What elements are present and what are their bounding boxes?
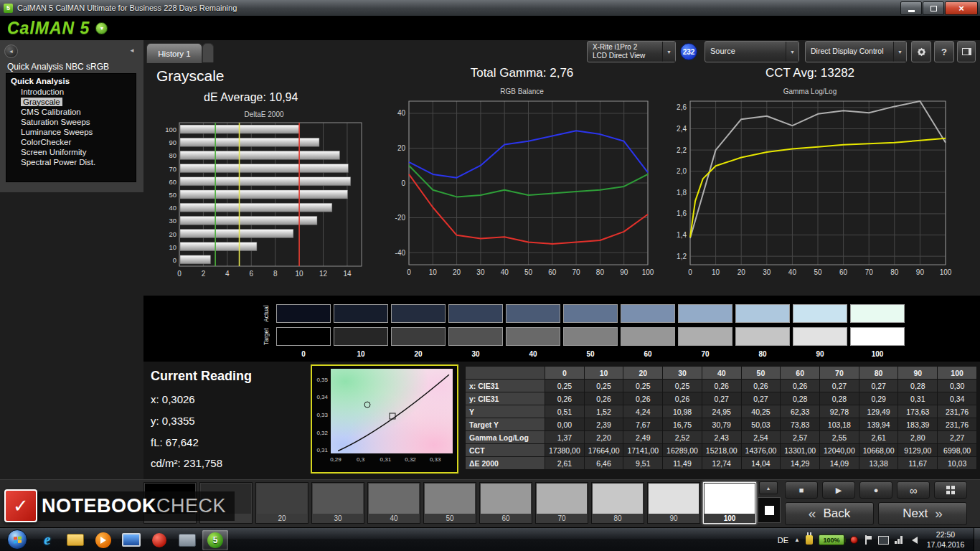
start-button[interactable] — [7, 529, 27, 550]
tab-stub[interactable] — [202, 43, 214, 62]
display-tray-icon[interactable] — [878, 536, 889, 545]
help-button[interactable]: ? — [934, 41, 954, 62]
svg-text:50: 50 — [524, 268, 533, 276]
source-dropdown[interactable]: Source ▼ — [705, 41, 799, 62]
swatch-actual-70 — [678, 304, 732, 323]
tray-language[interactable]: DE — [778, 536, 788, 545]
power-plug-icon[interactable] — [806, 535, 813, 545]
maximize-button[interactable] — [923, 1, 944, 15]
taskbar-file-explorer[interactable] — [62, 530, 88, 550]
play-button[interactable]: ▶ — [822, 481, 855, 499]
sidebar-item-spectral-power-dist-[interactable]: Spectral Power Dist. — [11, 157, 136, 167]
table-row-label: ΔE 2000 — [466, 457, 545, 470]
table-col-header: 0 — [545, 367, 585, 380]
sidebar-item-saturation-sweeps[interactable]: Saturation Sweeps — [11, 117, 136, 127]
swatch-level-label: 50 — [563, 350, 618, 360]
tray-expand-icon[interactable]: ▲ — [794, 537, 800, 543]
clock[interactable]: 22:50 17.04.2016 — [923, 530, 968, 549]
cie-chromaticity-chart[interactable]: 0,350,340,330,320,31 0,290,30,310,320,33 — [311, 364, 458, 474]
grayscale-patch-70[interactable]: 70 — [535, 482, 588, 524]
grayscale-patch-90[interactable]: 90 — [647, 482, 700, 524]
chevron-down-icon[interactable]: ▼ — [893, 42, 906, 62]
table-col-header: 50 — [741, 367, 781, 380]
swatch-target-20 — [391, 327, 446, 346]
network-icon[interactable] — [895, 536, 903, 544]
svg-text:90: 90 — [916, 268, 925, 276]
sidebar-item-cms-calibration[interactable]: CMS Calibration — [11, 107, 136, 117]
table-cell: 0,26 — [623, 392, 663, 405]
total-gamma-readout: Total Gamma: 2,76 — [387, 66, 656, 80]
cct-average-readout: CCT Avg: 13282 — [666, 66, 954, 80]
display-control-dropdown[interactable]: Direct Display Control ▼ — [805, 41, 907, 62]
pattern-window-button[interactable] — [758, 497, 781, 523]
grayscale-patch-20[interactable]: 20 — [255, 482, 308, 524]
minimize-button[interactable] — [900, 1, 922, 15]
settings-button[interactable] — [911, 41, 931, 62]
meter-read-count-badge[interactable]: 232 — [680, 43, 697, 60]
back-button[interactable]: « Back — [785, 502, 874, 525]
table-row-label: x: CIE31 — [466, 380, 545, 392]
pattern-button[interactable] — [934, 481, 967, 499]
swatch-level-label: 10 — [334, 350, 388, 360]
sidebar-collapse-icon[interactable]: ◄ — [129, 47, 135, 54]
panel-toggle-button[interactable] — [957, 41, 976, 62]
swatch-actual-50 — [563, 304, 618, 323]
battery-indicator[interactable]: 100% — [819, 534, 844, 545]
table-cell: 12040,00 — [820, 444, 859, 457]
grayscale-patch-40[interactable]: 40 — [367, 482, 420, 524]
window-title: CalMAN 5 CalMAN Ultimate for Business 22… — [17, 4, 237, 12]
table-row-label: Gamma Log/Log — [466, 431, 545, 444]
grayscale-patch-30[interactable]: 30 — [311, 482, 364, 524]
sidebar-item-colorchecker[interactable]: ColorChecker — [11, 137, 136, 147]
taskbar-lenovo-red[interactable] — [146, 530, 172, 550]
taskbar-calman[interactable]: 5 — [202, 530, 228, 550]
svg-text:90: 90 — [620, 268, 628, 276]
table-cell: 129,49 — [859, 405, 898, 418]
meter-dropdown[interactable]: X-Rite i1Pro 2 LCD Direct View ▼ — [587, 41, 676, 62]
sidebar-back-icon[interactable]: ◄ — [4, 44, 18, 58]
cie-y-tick: 0,31 — [316, 447, 328, 453]
grayscale-patch-100[interactable]: 100 — [703, 482, 756, 524]
chevron-down-icon[interactable]: ▼ — [662, 42, 675, 62]
sidebar-item-luminance-sweeps[interactable]: Luminance Sweeps — [11, 127, 136, 137]
tree-root-quick-analysis[interactable]: Quick Analysis — [11, 77, 136, 85]
table-cell: 139,94 — [859, 418, 898, 431]
show-desktop-button[interactable] — [974, 528, 980, 551]
table-col-header: 100 — [938, 367, 977, 380]
continuous-button[interactable]: ∞ — [897, 481, 930, 499]
grayscale-patch-50[interactable]: 50 — [423, 482, 476, 524]
volume-icon[interactable] — [908, 537, 918, 544]
table-cell: 2,43 — [702, 431, 741, 444]
taskbar-system-tools[interactable] — [174, 530, 200, 550]
logo-menu-chevron-icon[interactable]: ▼ — [95, 22, 108, 34]
svg-text:30: 30 — [169, 217, 176, 225]
sidebar-item-grayscale[interactable]: Grayscale — [11, 97, 136, 107]
close-button[interactable]: × — [945, 1, 978, 15]
taskbar-lenovo-monitor[interactable] — [118, 530, 144, 550]
sidebar-item-introduction[interactable]: Introduction — [11, 87, 136, 97]
taskbar-media-player[interactable] — [90, 530, 116, 550]
taskbar-internet-explorer[interactable]: e — [34, 530, 60, 550]
cie-y-tick: 0,32 — [316, 429, 328, 435]
next-button[interactable]: Next » — [878, 502, 967, 525]
swatch-target-90 — [793, 327, 847, 346]
svg-text:40: 40 — [169, 204, 176, 212]
table-cell: 2,20 — [584, 431, 623, 444]
action-center-flag-icon[interactable] — [864, 535, 872, 545]
patch-panel-up-button[interactable]: ▲ — [759, 481, 778, 494]
svg-text:1,6: 1,6 — [677, 209, 687, 217]
chevron-down-icon[interactable]: ▼ — [786, 42, 798, 62]
rgb-balance-chart: RGB Balance 010203040506070809010040200-… — [387, 88, 656, 282]
svg-text:20: 20 — [738, 268, 746, 276]
tab-history-1[interactable]: History 1 — [146, 43, 202, 63]
svg-text:2,2: 2,2 — [677, 146, 687, 154]
record-button[interactable]: ● — [859, 481, 892, 499]
grayscale-patch-80[interactable]: 80 — [591, 482, 644, 524]
grayscale-patch-60[interactable]: 60 — [479, 482, 532, 524]
swatch-actual-0 — [276, 304, 331, 323]
table-cell: 0,28 — [781, 392, 820, 405]
sidebar-item-screen-uniformity[interactable]: Screen Uniformity — [11, 147, 136, 157]
stop-button[interactable]: ■ — [785, 481, 818, 499]
grayscale-swatch-band: Actual Target 0102030405060708090100 — [143, 296, 980, 362]
media-player-icon — [95, 532, 111, 548]
